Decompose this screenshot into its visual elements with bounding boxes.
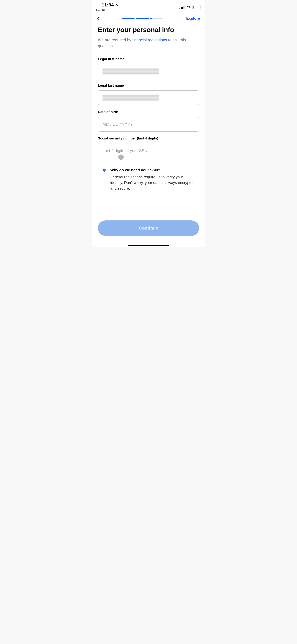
page-subtitle: We are required by financial regulations… bbox=[98, 37, 199, 49]
ssn-group: Social security number (last 4 digits) bbox=[98, 136, 199, 158]
continue-button[interactable]: Continue bbox=[98, 220, 199, 236]
phone-frame: 11:34 ◀ Gmail 17 bbox=[92, 0, 205, 247]
cell-signal-icon bbox=[181, 6, 185, 9]
progress-step-3 bbox=[150, 18, 163, 19]
subtitle-pre: We are required by bbox=[98, 38, 132, 42]
ssn-info-title: Why do we need your SSN? bbox=[110, 168, 195, 172]
dob-input[interactable] bbox=[102, 122, 195, 127]
first-name-input[interactable] bbox=[98, 64, 199, 79]
back-to-app-label: Gmail bbox=[98, 8, 105, 12]
ssn-input[interactable] bbox=[102, 148, 195, 153]
ssn-input-wrapper bbox=[98, 143, 199, 158]
wifi-icon bbox=[187, 5, 191, 9]
ssn-info-text: Why do we need your SSN? Federal regulat… bbox=[110, 168, 195, 191]
last-name-label: Legal last name bbox=[98, 84, 199, 88]
dob-label: Date of birth bbox=[98, 110, 199, 114]
status-left: 11:34 ◀ Gmail bbox=[95, 2, 119, 12]
last-name-input[interactable] bbox=[98, 90, 199, 105]
progress-step-1 bbox=[122, 18, 135, 19]
first-name-redacted bbox=[102, 68, 159, 74]
shield-icon bbox=[102, 168, 107, 191]
status-right: 17 bbox=[179, 2, 202, 9]
touch-indicator-icon bbox=[118, 154, 124, 160]
last-name-group: Legal last name bbox=[98, 84, 199, 105]
cell-signal-dot-icon bbox=[179, 8, 180, 9]
last-name-redacted bbox=[102, 95, 159, 100]
ssn-info-body: Federal regulations require us to verify… bbox=[110, 174, 195, 191]
first-name-group: Legal first name bbox=[98, 57, 199, 79]
home-indicator[interactable] bbox=[128, 245, 169, 246]
bottom-bar: Continue bbox=[92, 220, 205, 242]
do-not-disturb-moon-icon bbox=[115, 3, 119, 7]
back-button[interactable] bbox=[96, 16, 101, 20]
progress-step-2 bbox=[136, 18, 149, 19]
ssn-info-card: Why do we need your SSN? Federal regulat… bbox=[98, 164, 199, 196]
nav-bar: Explore bbox=[92, 12, 205, 22]
battery-percent: 17 bbox=[195, 6, 198, 8]
status-time: 11:34 bbox=[102, 2, 114, 8]
ssn-label: Social security number (last 4 digits) bbox=[98, 136, 199, 140]
battery-icon: 17 bbox=[192, 5, 201, 9]
financial-regulations-link[interactable]: financial regulations bbox=[132, 38, 167, 42]
dob-group: Date of birth bbox=[98, 110, 199, 132]
back-to-app-link[interactable]: ◀ Gmail bbox=[95, 8, 119, 12]
first-name-label: Legal first name bbox=[98, 57, 199, 61]
content: Enter your personal info We are required… bbox=[92, 22, 205, 220]
explore-link[interactable]: Explore bbox=[184, 16, 201, 20]
left-triangle-icon: ◀ bbox=[95, 8, 97, 11]
onboarding-progress bbox=[103, 18, 182, 19]
page-title: Enter your personal info bbox=[98, 26, 199, 34]
status-bar: 11:34 ◀ Gmail 17 bbox=[92, 0, 205, 12]
dob-input-wrapper bbox=[98, 117, 199, 132]
